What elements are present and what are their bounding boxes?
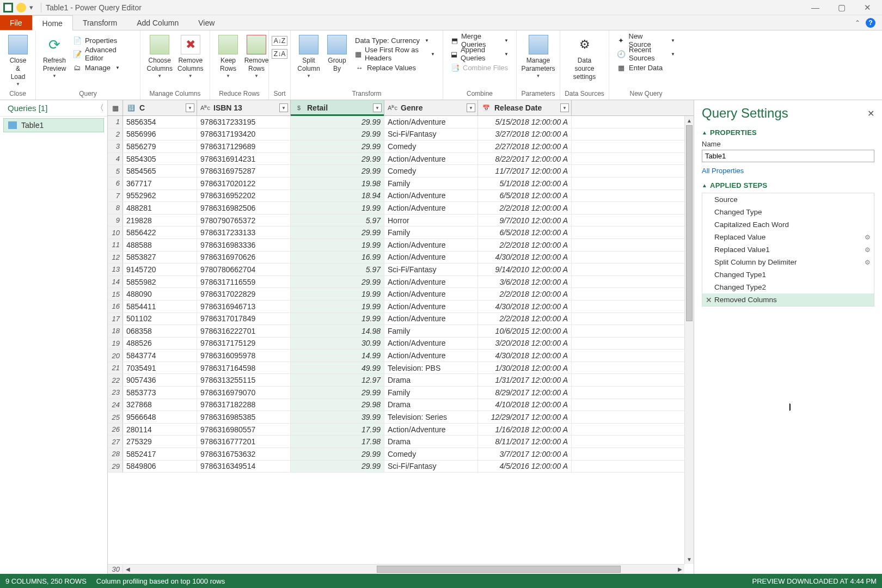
cell[interactable]: Action/Adventure	[384, 301, 478, 313]
recent-sources-button[interactable]: 🕘Recent Sources▼	[614, 47, 678, 60]
cell[interactable]: 17.99	[291, 424, 384, 436]
refresh-preview-button[interactable]: ⟳ Refresh Preview ▼	[40, 33, 69, 79]
cell[interactable]: 14.99	[291, 350, 384, 362]
cell[interactable]: 8/29/2017 12:00:00 A	[478, 387, 572, 399]
cell[interactable]: 9786317129689	[197, 140, 291, 152]
table-row[interactable]: 205843774978631609597814.99Action/Advent…	[108, 350, 694, 362]
close-and-load-button[interactable]: Close & Load ▼	[4, 33, 32, 88]
table-row[interactable]: 17501102978631701784919.99Action/Adventu…	[108, 313, 694, 326]
cell[interactable]: 9786316753632	[197, 448, 291, 460]
cell[interactable]: 49.99	[291, 362, 384, 374]
tab-file[interactable]: File	[0, 15, 32, 30]
cell[interactable]: 17.98	[291, 436, 384, 448]
cell[interactable]: 14.98	[291, 325, 384, 337]
cell[interactable]: 9786313255115	[197, 374, 291, 386]
sort-asc-button[interactable]: A↓Z	[272, 36, 287, 46]
table-row[interactable]: 25856996978631719342029.99Sci-Fi/Fantasy…	[108, 128, 694, 141]
applied-step[interactable]: Changed Type2	[702, 281, 874, 293]
cell[interactable]: 2/2/2018 12:00:00 A	[478, 313, 572, 325]
help-button[interactable]: ?	[866, 18, 875, 28]
collapse-icon[interactable]: ▲	[702, 130, 707, 136]
cell[interactable]: 3/20/2018 12:00:00 A	[478, 338, 572, 350]
table-row[interactable]: 259566648978631698538539.99Television: S…	[108, 411, 694, 424]
cell[interactable]: 9786317164598	[197, 362, 291, 374]
table-row[interactable]: 217035491978631716459849.99Television: P…	[108, 362, 694, 375]
cell[interactable]: 5855982	[123, 276, 197, 288]
column-header-retail[interactable]: $Retail▼	[291, 100, 384, 115]
column-header-isbn-13[interactable]: AᴯcISBN 13▼	[197, 100, 291, 115]
scroll-right-icon[interactable]: ▶	[675, 566, 684, 572]
cell[interactable]: Comedy	[384, 165, 478, 177]
cell[interactable]: 488588	[123, 239, 197, 251]
cell[interactable]: 19.99	[291, 202, 384, 214]
collapse-ribbon-icon[interactable]: ⌃	[855, 19, 860, 27]
cell[interactable]: 2/2/2018 12:00:00 A	[478, 288, 572, 300]
remove-rows-button[interactable]: Remove Rows▼	[243, 33, 270, 79]
cell[interactable]: 5853773	[123, 387, 197, 399]
table-row[interactable]: 921982897807907653725.97Horror9/7/2010 1…	[108, 215, 694, 227]
cell[interactable]: 9780780662704	[197, 264, 291, 275]
scroll-thumb[interactable]	[686, 125, 693, 321]
merge-queries-button[interactable]: ⬒Merge Queries▼	[448, 34, 512, 47]
cell[interactable]: 3/7/2017 12:00:00 A	[478, 448, 572, 460]
table-row[interactable]: 79552962978631695220218.94Action/Adventu…	[108, 190, 694, 203]
cell[interactable]: 29.99	[291, 387, 384, 399]
cell[interactable]: 068358	[123, 325, 197, 337]
cell[interactable]: 5.97	[291, 264, 384, 275]
manage-parameters-button[interactable]: Manage Parameters▼	[521, 33, 555, 79]
filter-button[interactable]: ▼	[560, 103, 569, 112]
table-row[interactable]: 105856422978631723313329.99Family6/5/201…	[108, 226, 694, 239]
cell[interactable]: 9786317116559	[197, 276, 291, 288]
minimize-button[interactable]: —	[807, 2, 824, 14]
cell[interactable]: 39.99	[291, 411, 384, 423]
cell[interactable]: 2/27/2018 12:00:00 A	[478, 140, 572, 152]
cell[interactable]: Sci-Fi/Fantasy	[384, 461, 478, 473]
cell[interactable]: 9786317175129	[197, 338, 291, 350]
cell[interactable]: 501102	[123, 313, 197, 325]
cell[interactable]: 9786316975287	[197, 165, 291, 177]
cell[interactable]: 29.99	[291, 226, 384, 238]
cell[interactable]: 9786316222701	[197, 325, 291, 337]
all-properties-link[interactable]: All Properties	[702, 167, 744, 175]
cell[interactable]: 9/14/2010 12:00:00 A	[478, 264, 572, 275]
table-row[interactable]: 15856354978631723319529.99Action/Adventu…	[108, 116, 694, 128]
cell[interactable]: 19.99	[291, 288, 384, 300]
cell[interactable]: Television: Series	[384, 411, 478, 423]
cell[interactable]: Comedy	[384, 448, 478, 460]
cell[interactable]: 7035491	[123, 362, 197, 374]
cell[interactable]: 1/31/2017 12:00:00 A	[478, 374, 572, 386]
scroll-left-icon[interactable]: ◀	[123, 566, 132, 572]
cell[interactable]: Comedy	[384, 140, 478, 152]
cell[interactable]: 9786316980557	[197, 424, 291, 436]
close-settings-button[interactable]: ✕	[867, 108, 874, 119]
cell[interactable]: Family	[384, 325, 478, 337]
cell[interactable]: 8/11/2017 12:00:00 A	[478, 436, 572, 448]
cell[interactable]: 9786316983336	[197, 239, 291, 251]
cell[interactable]: Drama	[384, 399, 478, 411]
cell[interactable]: 9786316349514	[197, 461, 291, 473]
delete-step-icon[interactable]: ✕	[706, 296, 712, 304]
cell[interactable]: 5856354	[123, 116, 197, 128]
query-item-table1[interactable]: Table1	[3, 118, 104, 132]
cell[interactable]: 488526	[123, 338, 197, 350]
cell[interactable]: 19.99	[291, 313, 384, 325]
applied-step[interactable]: Split Column by Delimiter⚙	[702, 256, 874, 268]
cell[interactable]: 9786316095978	[197, 350, 291, 362]
cell[interactable]: 9552962	[123, 190, 197, 202]
cell[interactable]: 10/6/2015 12:00:00 A	[478, 325, 572, 337]
horizontal-scrollbar[interactable]: 30 ◀ ▶	[108, 564, 684, 574]
table-row[interactable]: 55854565978631697528729.99Comedy11/7/201…	[108, 165, 694, 177]
table-row[interactable]: 11488588978631698333619.99Action/Adventu…	[108, 239, 694, 252]
cell[interactable]: 30.99	[291, 338, 384, 350]
column-header-release-date[interactable]: 📅Release Date▼	[478, 100, 572, 115]
table-row[interactable]: 145855982978631711655929.99Action/Advent…	[108, 276, 694, 289]
cell[interactable]: 1/30/2018 12:00:00 A	[478, 362, 572, 374]
collapse-icon[interactable]: ▲	[702, 182, 707, 188]
filter-button[interactable]: ▼	[373, 103, 382, 112]
cell[interactable]: Family	[384, 177, 478, 189]
keep-rows-button[interactable]: Keep Rows▼	[215, 33, 242, 79]
table-row[interactable]: 26280114978631698055717.99Action/Adventu…	[108, 424, 694, 436]
table-row[interactable]: 45854305978631691423129.99Action/Adventu…	[108, 153, 694, 166]
cell[interactable]: Action/Adventure	[384, 276, 478, 288]
tab-view[interactable]: View	[188, 15, 224, 30]
